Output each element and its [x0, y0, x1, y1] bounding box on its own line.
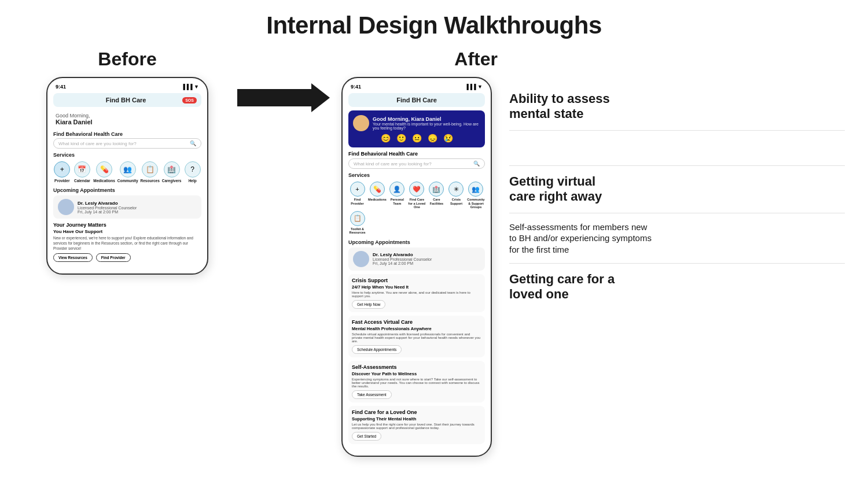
before-greeting-line: Good Morning,	[56, 113, 199, 119]
callout-spacer	[509, 131, 845, 166]
before-find-bh-label: Find Behavioral Health Care	[53, 131, 201, 137]
after-medications-label: Medications	[368, 198, 387, 202]
page-title: Internal Design Walkthroughs	[23, 12, 845, 39]
after-greeting-name: Good Morning, Kiara Daniel	[373, 116, 480, 122]
before-app-title: Find BH Care	[69, 97, 182, 103]
emoji-happy[interactable]: 🙂	[396, 134, 406, 143]
before-status-bar: 9:41 ▐▐▐ ▼	[53, 83, 201, 91]
provider-icon: +	[54, 161, 70, 178]
after-care-facilities-icon: 🏥	[429, 182, 444, 197]
before-doctor-role: Licensed Professional Counselor	[78, 206, 137, 210]
emoji-sad[interactable]: 😞	[428, 134, 437, 143]
after-fast-access-title: Fast Access Virtual Care	[352, 319, 481, 325]
after-signal-icons: ▐▐▐ ▼	[465, 84, 483, 90]
after-self-assess-text: Experiencing symptoms and not sure where…	[352, 378, 481, 388]
emoji-very-happy[interactable]: 😊	[381, 134, 391, 143]
callout-self-assessments: Self-assessments for members newto BH an…	[509, 213, 845, 264]
service-item-community[interactable]: 👥 Community	[117, 161, 138, 183]
after-service-care-facilities[interactable]: 🏥 Care Facilities	[428, 182, 446, 209]
before-services-label: Services	[53, 152, 201, 158]
after-time: 9:41	[351, 84, 361, 90]
service-item-resources[interactable]: 📋 Resources	[141, 161, 160, 183]
callout-loved-one-title: Getting care for aloved one	[509, 272, 845, 302]
after-greeting-top: Good Morning, Kiara Daniel Your mental h…	[353, 115, 480, 131]
emoji-neutral[interactable]: 😐	[412, 134, 422, 143]
after-doctor-avatar	[353, 251, 369, 267]
emoji-very-sad[interactable]: 😢	[443, 134, 453, 143]
callout-assess-mental-state: Ability to assessmental state	[509, 83, 845, 131]
caregivers-icon: 🏥	[164, 161, 180, 178]
after-find-care-loved-label: Find Care for a Loved One	[408, 198, 426, 209]
service-item-provider[interactable]: + Provider	[53, 161, 71, 183]
after-service-community[interactable]: 👥 Community & Support Groups	[467, 182, 485, 209]
after-crisis-support-label: Crisis Support	[447, 198, 465, 205]
after-toolkit-label: Toolkit & Resources	[348, 227, 366, 235]
after-phone-section: After 9:41 ▐▐▐ ▼ Find BH Care	[336, 49, 498, 457]
caregivers-label: Caregivers	[162, 179, 182, 183]
after-self-assess-sub: Discover Your Path to Wellness	[352, 371, 481, 376]
before-time: 9:41	[56, 84, 66, 90]
before-sos-badge: SOS	[182, 97, 197, 103]
after-service-crisis-support[interactable]: ✳ Crisis Support	[447, 182, 465, 209]
after-search-icon: 🔍	[473, 161, 480, 167]
resources-label: Resources	[141, 179, 160, 183]
before-upcoming-label: Upcoming Appointments	[53, 187, 201, 193]
columns-wrapper: Before 9:41 ▐▐▐ ▼ Find BH Care SOS Go	[23, 49, 845, 457]
before-column: Before 9:41 ▐▐▐ ▼ Find BH Care SOS Go	[23, 49, 231, 275]
before-journey-buttons: View Resources Find Provider	[53, 253, 201, 262]
after-service-personal-team[interactable]: 👤 Personal Team	[388, 182, 406, 209]
after-take-assessment-button[interactable]: Take Assessment	[352, 390, 392, 399]
after-toolkit-icon: 📋	[350, 211, 365, 226]
resources-icon: 📋	[142, 161, 158, 178]
after-search-bar[interactable]: What kind of care are you looking for? 🔍	[348, 158, 485, 169]
after-crisis-title: Crisis Support	[352, 278, 481, 283]
after-services-label: Services	[348, 172, 485, 178]
after-doctor-name: Dr. Lesly Alvarado	[373, 252, 432, 257]
service-item-help[interactable]: ? Help	[183, 161, 201, 183]
after-schedule-appt-button[interactable]: Schedule Appointments	[352, 345, 402, 354]
before-label: Before	[23, 49, 231, 70]
before-journey-section: Your Journey Matters You Have Our Suppor…	[53, 222, 201, 262]
search-icon: 🔍	[190, 141, 196, 146]
callout-assess-title: Ability to assessmental state	[509, 91, 845, 122]
callout-virtual-care: Getting virtualcare right away	[509, 166, 845, 213]
after-fast-access-section: Fast Access Virtual Care Mental Health P…	[348, 316, 485, 357]
service-item-calendar[interactable]: 📅 Calendar	[73, 161, 91, 183]
after-crisis-section: Crisis Support 24/7 Help When You Need I…	[348, 274, 485, 312]
calendar-icon: 📅	[74, 161, 90, 178]
before-view-resources-button[interactable]: View Resources	[53, 253, 93, 262]
after-appointment-card: Dr. Lesly Alvarado Licensed Professional…	[348, 247, 485, 271]
before-find-provider-button[interactable]: Find Provider	[96, 253, 131, 262]
after-service-find-provider[interactable]: + Find Provider	[348, 182, 366, 209]
service-item-medications[interactable]: 💊 Medications	[93, 161, 115, 183]
before-appointment-card: Dr. Lesly Alvarado Licensed Professional…	[53, 195, 201, 219]
after-get-help-button[interactable]: Get Help Now	[352, 300, 385, 309]
after-phone-header: Find BH Care	[348, 93, 485, 107]
before-journey-text: New or experienced, we're here to suppor…	[53, 235, 201, 251]
service-item-caregivers[interactable]: 🏥 Caregivers	[162, 161, 182, 183]
help-label: Help	[189, 179, 197, 183]
after-phone-mockup: 9:41 ▐▐▐ ▼ Find BH Care Good Morning, Ki…	[341, 77, 492, 457]
after-find-provider-icon: +	[350, 182, 365, 197]
after-get-started-button[interactable]: Get Started	[352, 432, 381, 441]
before-search-bar[interactable]: What kind of care are you looking for? 🔍	[53, 138, 201, 149]
after-user-avatar	[353, 115, 369, 131]
after-crisis-text: Here to help anytime. You are never alon…	[352, 291, 481, 298]
after-service-find-care-loved[interactable]: ❤️ Find Care for a Loved One	[408, 182, 426, 209]
after-self-assess-section: Self-Assessments Discover Your Path to W…	[348, 361, 485, 402]
page-wrapper: Internal Design Walkthroughs Before 9:41…	[0, 0, 868, 488]
after-doctor-role: Licensed Professional Counselor	[373, 257, 432, 261]
after-medications-icon: 💊	[370, 182, 385, 197]
after-service-medications[interactable]: 💊 Medications	[368, 182, 387, 209]
help-icon: ?	[185, 161, 201, 178]
after-emoji-row[interactable]: 😊 🙂 😐 😞 😢	[353, 134, 480, 143]
after-self-assess-title: Self-Assessments	[352, 364, 481, 370]
callout-self-assess-text: Self-assessments for members newto BH an…	[509, 221, 845, 256]
before-search-placeholder: What kind of care are you looking for?	[58, 141, 190, 146]
before-after-arrow	[237, 83, 330, 112]
after-service-toolkit[interactable]: 📋 Toolkit & Resources	[348, 211, 366, 235]
before-journey-sub: You Have Our Support	[53, 229, 201, 234]
after-find-care-loved-section: Find Care for a Loved One Supporting The…	[348, 406, 485, 444]
after-greeting-sub: Your mental health is important to your …	[373, 122, 480, 130]
before-doctor-name: Dr. Lesly Alvarado	[78, 201, 137, 206]
